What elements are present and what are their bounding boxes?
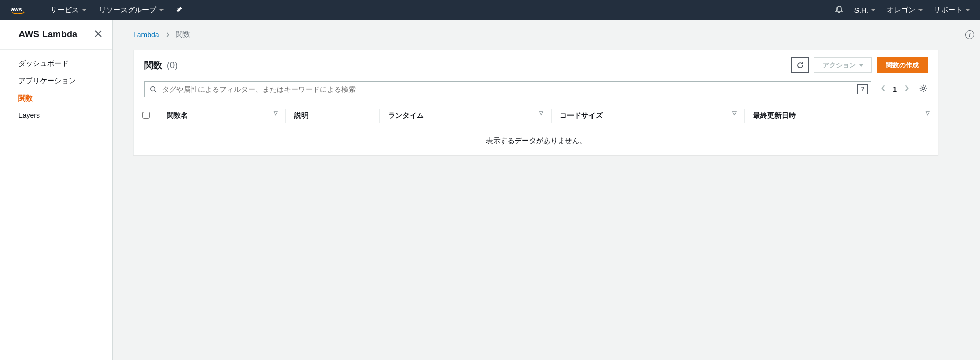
chevron-right-icon bbox=[166, 31, 170, 39]
aws-logo[interactable]: aws bbox=[10, 6, 35, 15]
panel-toolbar: ? 1 bbox=[134, 77, 938, 105]
resource-groups-menu[interactable]: リソースグループ bbox=[99, 6, 164, 15]
user-label: S.H. bbox=[854, 6, 868, 14]
sidebar-nav: ダッシュボード アプリケーション 関数 Layers bbox=[0, 50, 112, 129]
topnav-right: S.H. オレゴン サポート bbox=[835, 5, 970, 15]
sort-icon: ▽ bbox=[926, 111, 930, 115]
functions-panel: 関数 (0) アクション 関数の作成 bbox=[133, 50, 938, 155]
svg-point-3 bbox=[151, 87, 155, 91]
refresh-button[interactable] bbox=[791, 57, 809, 73]
services-menu[interactable]: サービス bbox=[50, 6, 86, 15]
sort-icon: ▽ bbox=[274, 111, 278, 115]
search-icon bbox=[150, 86, 157, 93]
panel-count: (0) bbox=[167, 60, 178, 71]
main: Lambda 関数 関数 (0) アクション bbox=[113, 20, 959, 360]
chevron-down-icon bbox=[159, 9, 164, 11]
select-all-header bbox=[134, 105, 158, 127]
account-menu[interactable]: S.H. bbox=[854, 6, 875, 14]
support-menu[interactable]: サポート bbox=[934, 6, 970, 15]
breadcrumb-root[interactable]: Lambda bbox=[133, 31, 159, 39]
sidebar-title: AWS Lambda bbox=[18, 29, 77, 40]
sidebar-item-functions[interactable]: 関数 bbox=[0, 90, 112, 107]
search-wrap: ? bbox=[144, 81, 871, 97]
svg-point-5 bbox=[922, 87, 925, 90]
search-input[interactable] bbox=[145, 82, 871, 97]
pin-icon[interactable] bbox=[176, 6, 183, 14]
services-label: サービス bbox=[50, 6, 79, 15]
actions-button[interactable]: アクション bbox=[814, 57, 872, 73]
chevron-down-icon bbox=[918, 9, 923, 11]
sidebar-item-applications[interactable]: アプリケーション bbox=[0, 72, 112, 90]
container: AWS Lambda ダッシュボード アプリケーション 関数 Layers La… bbox=[0, 20, 980, 360]
sidebar-item-layers[interactable]: Layers bbox=[0, 107, 112, 124]
actions-label: アクション bbox=[823, 61, 856, 70]
notifications-icon[interactable] bbox=[835, 5, 843, 15]
chevron-down-icon bbox=[966, 9, 970, 11]
col-name[interactable]: 関数名 ▽ bbox=[158, 105, 286, 127]
region-label: オレゴン bbox=[887, 6, 915, 15]
create-function-label: 関数の作成 bbox=[886, 61, 919, 70]
region-menu[interactable]: オレゴン bbox=[887, 6, 923, 15]
panel-actions: アクション 関数の作成 bbox=[791, 57, 928, 73]
topnav-left: サービス リソースグループ bbox=[50, 6, 183, 15]
breadcrumb: Lambda 関数 bbox=[133, 30, 938, 39]
chevron-down-icon bbox=[871, 9, 875, 11]
panel-title: 関数 bbox=[144, 59, 162, 71]
col-codesize[interactable]: コードサイズ ▽ bbox=[552, 105, 745, 127]
close-icon[interactable] bbox=[95, 29, 102, 40]
info-icon[interactable]: i bbox=[965, 30, 974, 39]
sort-icon: ▽ bbox=[539, 111, 543, 115]
next-page-button[interactable] bbox=[904, 85, 909, 94]
sidebar-header: AWS Lambda bbox=[0, 20, 112, 50]
col-runtime[interactable]: ランタイム ▽ bbox=[380, 105, 552, 127]
page-number: 1 bbox=[893, 85, 897, 93]
settings-button[interactable] bbox=[918, 84, 928, 95]
help-icon[interactable]: ? bbox=[858, 84, 868, 94]
functions-table: 関数名 ▽ 説明 ランタイム ▽ コードサイズ ▽ bbox=[134, 105, 938, 155]
right-rail: i bbox=[959, 20, 980, 360]
empty-message: 表示するデータがありません。 bbox=[134, 127, 938, 155]
sort-icon: ▽ bbox=[732, 111, 737, 115]
gear-icon bbox=[918, 84, 928, 93]
breadcrumb-current: 関数 bbox=[176, 30, 190, 39]
chevron-down-icon bbox=[859, 64, 863, 67]
global-nav: aws サービス リソースグループ S.H. オレゴン bbox=[0, 0, 980, 20]
sidebar: AWS Lambda ダッシュボード アプリケーション 関数 Layers bbox=[0, 20, 113, 360]
resource-groups-label: リソースグループ bbox=[99, 6, 156, 15]
select-all-checkbox[interactable] bbox=[142, 112, 150, 119]
prev-page-button[interactable] bbox=[881, 85, 886, 94]
panel-header: 関数 (0) アクション 関数の作成 bbox=[134, 50, 938, 77]
pager: 1 bbox=[881, 85, 909, 94]
refresh-icon bbox=[796, 61, 804, 69]
create-function-button[interactable]: 関数の作成 bbox=[877, 57, 928, 73]
sidebar-item-dashboard[interactable]: ダッシュボード bbox=[0, 55, 112, 72]
svg-text:aws: aws bbox=[11, 6, 22, 12]
chevron-down-icon bbox=[82, 9, 86, 11]
support-label: サポート bbox=[934, 6, 963, 15]
svg-line-4 bbox=[155, 91, 157, 93]
col-lastmodified[interactable]: 最終更新日時 ▽ bbox=[745, 105, 938, 127]
col-description[interactable]: 説明 bbox=[286, 105, 380, 127]
